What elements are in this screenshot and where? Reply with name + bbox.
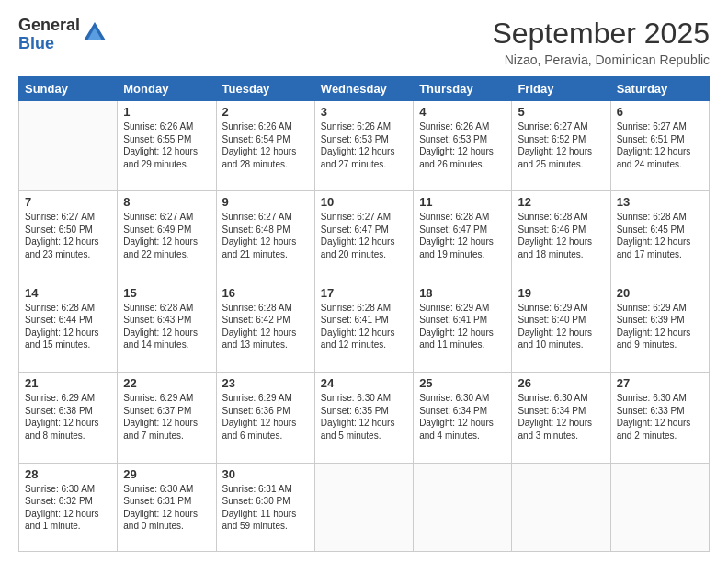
logo-blue: Blue [18,35,80,53]
table-row: 27Sunrise: 6:30 AM Sunset: 6:33 PM Dayli… [610,373,709,463]
title-block: September 2025 Nizao, Peravia, Dominican… [492,17,710,67]
day-number: 17 [321,286,407,300]
day-info: Sunrise: 6:27 AM Sunset: 6:52 PM Dayligh… [518,121,604,170]
table-row: 8Sunrise: 6:27 AM Sunset: 6:49 PM Daylig… [118,191,216,282]
table-row [610,463,709,551]
page: General Blue September 2025 Nizao, Perav… [0,0,728,563]
day-number: 11 [419,195,506,209]
day-info: Sunrise: 6:28 AM Sunset: 6:42 PM Dayligh… [222,302,309,351]
day-number: 22 [123,376,210,390]
day-info: Sunrise: 6:29 AM Sunset: 6:41 PM Dayligh… [419,302,506,351]
logo: General Blue [18,17,108,53]
table-row [414,463,512,551]
col-saturday: Saturday [610,77,709,101]
day-number: 16 [222,286,309,300]
table-row: 7Sunrise: 6:27 AM Sunset: 6:50 PM Daylig… [19,191,118,282]
table-row: 22Sunrise: 6:29 AM Sunset: 6:37 PM Dayli… [118,373,216,463]
table-row: 29Sunrise: 6:30 AM Sunset: 6:31 PM Dayli… [118,463,216,551]
col-sunday: Sunday [19,77,118,101]
table-row: 6Sunrise: 6:27 AM Sunset: 6:51 PM Daylig… [610,101,709,191]
day-info: Sunrise: 6:29 AM Sunset: 6:37 PM Dayligh… [123,392,210,442]
col-tuesday: Tuesday [216,77,314,101]
day-info: Sunrise: 6:28 AM Sunset: 6:47 PM Dayligh… [419,211,506,260]
day-info: Sunrise: 6:30 AM Sunset: 6:34 PM Dayligh… [419,392,506,442]
day-info: Sunrise: 6:29 AM Sunset: 6:36 PM Dayligh… [222,392,309,442]
table-row: 13Sunrise: 6:28 AM Sunset: 6:45 PM Dayli… [610,191,709,282]
table-row: 16Sunrise: 6:28 AM Sunset: 6:42 PM Dayli… [216,282,314,372]
table-row: 1Sunrise: 6:26 AM Sunset: 6:55 PM Daylig… [118,101,216,191]
day-number: 6 [617,105,703,119]
day-number: 4 [419,105,506,119]
col-thursday: Thursday [414,77,512,101]
table-row: 23Sunrise: 6:29 AM Sunset: 6:36 PM Dayli… [216,373,314,463]
logo-text: General Blue [18,17,80,53]
day-info: Sunrise: 6:29 AM Sunset: 6:38 PM Dayligh… [25,392,111,442]
table-row: 17Sunrise: 6:28 AM Sunset: 6:41 PM Dayli… [314,282,413,372]
day-info: Sunrise: 6:27 AM Sunset: 6:47 PM Dayligh… [321,211,407,260]
day-number: 19 [518,286,604,300]
day-number: 5 [518,105,604,119]
col-monday: Monday [118,77,216,101]
header: General Blue September 2025 Nizao, Perav… [18,17,710,67]
day-info: Sunrise: 6:29 AM Sunset: 6:39 PM Dayligh… [617,302,703,351]
day-number: 28 [25,467,111,481]
table-row: 15Sunrise: 6:28 AM Sunset: 6:43 PM Dayli… [118,282,216,372]
day-number: 27 [617,376,703,390]
day-info: Sunrise: 6:30 AM Sunset: 6:34 PM Dayligh… [518,392,604,442]
day-number: 20 [617,286,703,300]
table-row: 5Sunrise: 6:27 AM Sunset: 6:52 PM Daylig… [512,101,610,191]
day-number: 8 [123,195,210,209]
table-row [512,463,610,551]
day-number: 1 [123,105,210,119]
day-info: Sunrise: 6:28 AM Sunset: 6:43 PM Dayligh… [123,302,210,351]
day-info: Sunrise: 6:27 AM Sunset: 6:51 PM Dayligh… [617,121,703,170]
day-info: Sunrise: 6:26 AM Sunset: 6:53 PM Dayligh… [321,121,407,170]
table-row: 3Sunrise: 6:26 AM Sunset: 6:53 PM Daylig… [314,101,413,191]
day-info: Sunrise: 6:30 AM Sunset: 6:33 PM Dayligh… [617,392,703,442]
day-number: 29 [123,467,210,481]
table-row: 11Sunrise: 6:28 AM Sunset: 6:47 PM Dayli… [414,191,512,282]
day-number: 24 [321,376,407,390]
table-row: 10Sunrise: 6:27 AM Sunset: 6:47 PM Dayli… [314,191,413,282]
table-row: 21Sunrise: 6:29 AM Sunset: 6:38 PM Dayli… [19,373,118,463]
day-number: 25 [419,376,506,390]
table-row: 30Sunrise: 6:31 AM Sunset: 6:30 PM Dayli… [216,463,314,551]
day-number: 14 [25,286,111,300]
day-number: 18 [419,286,506,300]
day-info: Sunrise: 6:30 AM Sunset: 6:31 PM Dayligh… [123,483,210,533]
table-row [19,101,118,191]
day-number: 21 [25,376,111,390]
calendar-table: Sunday Monday Tuesday Wednesday Thursday… [18,76,710,552]
day-number: 10 [321,195,407,209]
day-number: 26 [518,376,604,390]
table-row: 12Sunrise: 6:28 AM Sunset: 6:46 PM Dayli… [512,191,610,282]
table-row: 19Sunrise: 6:29 AM Sunset: 6:40 PM Dayli… [512,282,610,372]
day-info: Sunrise: 6:30 AM Sunset: 6:32 PM Dayligh… [25,483,111,533]
logo-general: General [18,17,80,35]
table-row: 26Sunrise: 6:30 AM Sunset: 6:34 PM Dayli… [512,373,610,463]
col-wednesday: Wednesday [314,77,413,101]
table-row: 28Sunrise: 6:30 AM Sunset: 6:32 PM Dayli… [19,463,118,551]
table-row: 4Sunrise: 6:26 AM Sunset: 6:53 PM Daylig… [414,101,512,191]
day-info: Sunrise: 6:28 AM Sunset: 6:41 PM Dayligh… [321,302,407,351]
table-row: 25Sunrise: 6:30 AM Sunset: 6:34 PM Dayli… [414,373,512,463]
location-subtitle: Nizao, Peravia, Dominican Republic [492,52,710,67]
day-info: Sunrise: 6:27 AM Sunset: 6:48 PM Dayligh… [222,211,309,260]
month-title: September 2025 [492,17,710,51]
day-number: 15 [123,286,210,300]
day-info: Sunrise: 6:26 AM Sunset: 6:53 PM Dayligh… [419,121,506,170]
day-number: 23 [222,376,309,390]
day-number: 2 [222,105,309,119]
day-info: Sunrise: 6:28 AM Sunset: 6:44 PM Dayligh… [25,302,111,351]
day-info: Sunrise: 6:26 AM Sunset: 6:54 PM Dayligh… [222,121,309,170]
day-info: Sunrise: 6:28 AM Sunset: 6:46 PM Dayligh… [518,211,604,260]
table-row: 2Sunrise: 6:26 AM Sunset: 6:54 PM Daylig… [216,101,314,191]
table-row: 24Sunrise: 6:30 AM Sunset: 6:35 PM Dayli… [314,373,413,463]
day-number: 30 [222,467,309,481]
day-number: 7 [25,195,111,209]
day-info: Sunrise: 6:30 AM Sunset: 6:35 PM Dayligh… [321,392,407,442]
day-info: Sunrise: 6:28 AM Sunset: 6:45 PM Dayligh… [617,211,703,260]
table-row: 18Sunrise: 6:29 AM Sunset: 6:41 PM Dayli… [414,282,512,372]
day-info: Sunrise: 6:26 AM Sunset: 6:55 PM Dayligh… [123,121,210,170]
day-info: Sunrise: 6:27 AM Sunset: 6:50 PM Dayligh… [25,211,111,260]
